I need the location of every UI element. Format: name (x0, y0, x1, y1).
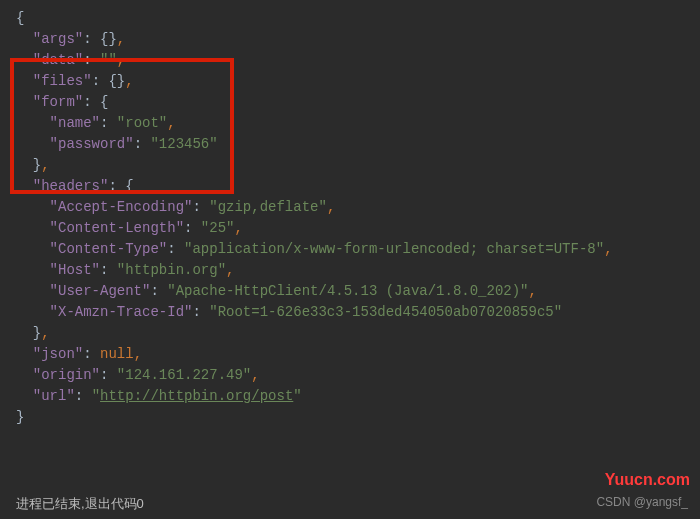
key-form-password: "password" (50, 136, 134, 152)
key-origin: "origin" (33, 367, 100, 383)
key-url: "url" (33, 388, 75, 404)
json-code-block: { "args": {}, "data": "", "files": {}, "… (0, 0, 700, 436)
watermark-text: Yuucn.com (605, 471, 690, 489)
key-form-name: "name" (50, 115, 100, 131)
bottom-bar: 进程已结束,退出代码0 CSDN @yangsf_ (16, 495, 688, 513)
process-status: 进程已结束,退出代码0 (16, 495, 144, 513)
key-files: "files" (33, 73, 92, 89)
key-form: "form" (33, 94, 83, 110)
csdn-attribution: CSDN @yangsf_ (596, 495, 688, 513)
key-headers: "headers" (33, 178, 109, 194)
key-args: "args" (33, 31, 83, 47)
url-link[interactable]: http://httpbin.org/post (100, 388, 293, 404)
key-json: "json" (33, 346, 83, 362)
key-data: "data" (33, 52, 83, 68)
